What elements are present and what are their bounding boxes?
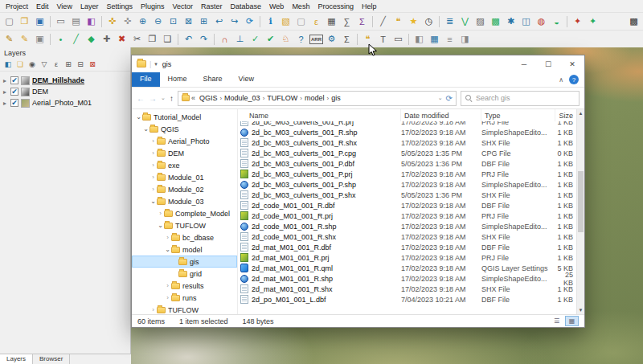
- tree-item-bc_dbase[interactable]: ›bc_dbase: [132, 231, 237, 243]
- ribbon-tab-view[interactable]: View: [231, 72, 262, 87]
- current-edits-icon[interactable]: ✎: [2, 32, 16, 46]
- file-row[interactable]: 2d_po_M01_001_L.dbf7/04/2023 10:21 AMDBF…: [238, 294, 584, 305]
- quick-access-chevron-icon[interactable]: ▾: [154, 61, 158, 67]
- ribbon-tab-file[interactable]: File: [132, 72, 160, 87]
- tree-item-exe[interactable]: ›exe: [132, 159, 237, 171]
- misc-tool-icon[interactable]: ◨: [458, 32, 472, 46]
- tree-expander-icon[interactable]: ›: [157, 210, 164, 217]
- open-attribute-table-icon[interactable]: ▦: [325, 14, 338, 28]
- scrollbar-thumb[interactable]: [578, 171, 584, 233]
- ribbon-tab-home[interactable]: Home: [160, 72, 195, 87]
- file-row[interactable]: 2d_mat_M01_001_R.shp17/02/2023 9:18 AMSi…: [238, 273, 584, 284]
- add-delimited-text-icon[interactable]: ✱: [504, 14, 518, 28]
- layer-checkbox[interactable]: ✔: [10, 88, 18, 96]
- collapse-all-icon[interactable]: ⊟: [75, 59, 86, 69]
- add-group-icon[interactable]: ❏: [14, 59, 26, 69]
- plugin-help-icon[interactable]: ?: [294, 32, 308, 46]
- delete-selected-icon[interactable]: ✖: [115, 32, 129, 46]
- field-calculator-icon[interactable]: ∑: [340, 14, 354, 28]
- file-row[interactable]: 2d_mat_M01_001_R.shx17/02/2023 9:18 AMSH…: [238, 284, 584, 294]
- ribbon-tab-share[interactable]: Share: [195, 72, 231, 87]
- validity-check-icon[interactable]: ✔: [264, 32, 277, 46]
- breadcrumb-qgis[interactable]: QGIS: [197, 94, 220, 102]
- tree-expander-icon[interactable]: ›: [149, 186, 157, 193]
- filter-by-expression-icon[interactable]: ε: [51, 59, 62, 69]
- tree-item-module_02[interactable]: ›Module_02: [132, 183, 237, 195]
- tree-expander-icon[interactable]: ›: [149, 174, 157, 181]
- zoom-full-icon[interactable]: ⊡: [166, 14, 180, 28]
- minimize-button[interactable]: ─: [512, 55, 536, 72]
- deselect-features-icon[interactable]: ▢: [294, 14, 308, 28]
- tree-expander-icon[interactable]: ⌄: [157, 222, 164, 229]
- tree-expander-icon[interactable]: ›: [149, 149, 157, 157]
- panel-toggle-icon[interactable]: ▦: [428, 32, 441, 46]
- tree-item-model[interactable]: ⌄model: [132, 243, 237, 256]
- tree-expander-icon[interactable]: ⌄: [142, 125, 149, 133]
- file-row[interactable]: 2d_code_M01_001_R.prj17/02/2023 9:18 AMP…: [238, 211, 584, 221]
- menu-vector[interactable]: Vector: [168, 2, 197, 11]
- statistics-tool-icon[interactable]: Σ: [340, 32, 354, 46]
- add-vector-layer-icon[interactable]: ⋁: [458, 14, 472, 28]
- tree-item-tuflow[interactable]: ⌄TUFLOW: [132, 219, 237, 231]
- file-row[interactable]: 2d_code_M01_001_R.dbf17/02/2023 9:18 AMD…: [238, 200, 584, 211]
- layer-checkbox[interactable]: ✔: [10, 99, 18, 107]
- add-wms-layer-icon[interactable]: ◍: [534, 14, 548, 28]
- tree-item-complete_model[interactable]: ›Complete_Model: [132, 207, 237, 219]
- layer-expander-icon[interactable]: ▸: [3, 77, 10, 84]
- menu-plugins[interactable]: Plugins: [137, 2, 169, 11]
- file-row[interactable]: 2d_code_M01_001_R.shp17/02/2023 9:18 AMS…: [238, 221, 584, 231]
- add-line-feature-icon[interactable]: ╱: [69, 32, 83, 46]
- dock-tab-layers[interactable]: Layers: [0, 354, 33, 364]
- tree-item-grid[interactable]: grid: [132, 268, 237, 280]
- paste-features-icon[interactable]: ❑: [161, 32, 174, 46]
- tree-expander-icon[interactable]: ›: [149, 306, 157, 313]
- add-raster-layer-icon[interactable]: ▨: [473, 14, 487, 28]
- show-statistics-icon[interactable]: Σ: [355, 14, 369, 28]
- form-annotation-icon[interactable]: ▭: [391, 32, 405, 46]
- zoom-in-icon[interactable]: ⊕: [136, 14, 149, 28]
- file-row[interactable]: 2d_bc_M03_culverts_001_P.prj17/02/2023 9…: [238, 169, 584, 179]
- layer-item[interactable]: ▸✔Aerial_Photo_M01: [0, 97, 130, 108]
- file-row[interactable]: 2d_bc_M03_culverts_001_P.dbf5/05/2023 1:…: [238, 158, 584, 169]
- save-edits-icon[interactable]: ▣: [33, 32, 47, 46]
- file-row[interactable]: 2d_bc_M03_culverts_001_P.cpg5/05/2023 1:…: [238, 148, 584, 158]
- details-view-button[interactable]: ☰: [550, 316, 563, 326]
- geometry-check-icon[interactable]: ✓: [248, 32, 262, 46]
- measure-line-icon[interactable]: ╱: [376, 14, 390, 28]
- file-row[interactable]: 2d_bc_M03_culverts_001_R.shp17/02/2023 9…: [238, 127, 584, 137]
- maximize-button[interactable]: ☐: [536, 55, 560, 72]
- menu-mesh[interactable]: Mesh: [288, 2, 313, 11]
- file-row[interactable]: 2d_bc_M03_culverts_001_R.prj17/02/2023 9…: [238, 121, 584, 127]
- select-features-icon[interactable]: ▧: [279, 14, 293, 28]
- tuflow-plugin-icon[interactable]: ♘: [279, 32, 293, 46]
- ribbon-collapse-icon[interactable]: ∧: [559, 76, 563, 84]
- plugin-settings-icon[interactable]: ⚙: [325, 32, 338, 46]
- zoom-out-icon[interactable]: ⊖: [151, 14, 165, 28]
- new-project-icon[interactable]: ▢: [2, 14, 16, 28]
- menu-settings[interactable]: Settings: [102, 2, 137, 11]
- topology-checker-icon[interactable]: ⊥: [233, 32, 247, 46]
- tree-expander-icon[interactable]: ›: [164, 294, 171, 301]
- menu-edit[interactable]: Edit: [32, 2, 53, 11]
- tree-item-module_01[interactable]: ›Module_01: [132, 171, 237, 183]
- add-xyz-layer-icon[interactable]: ◒: [550, 14, 563, 28]
- tree-expander-icon[interactable]: ⌄: [164, 246, 171, 253]
- layout-manager-icon[interactable]: ▤: [69, 14, 83, 28]
- history-dropdown-icon[interactable]: ⌄: [161, 95, 166, 101]
- tree-expander-icon[interactable]: ⌄: [135, 113, 142, 121]
- menu-layer[interactable]: Layer: [76, 2, 103, 11]
- tree-expander-icon[interactable]: ⌄: [149, 198, 157, 205]
- tree-item-tuflow[interactable]: ›TUFLOW: [132, 304, 237, 314]
- tree-item-qgis[interactable]: ⌄QGIS: [132, 123, 237, 135]
- file-row[interactable]: 2d_mat_M01_001_R.qml17/02/2023 9:18 AMQG…: [238, 263, 584, 273]
- tree-item-tutorial_model[interactable]: ⌄Tutorial_Model: [132, 111, 237, 123]
- column-header-type[interactable]: Type: [481, 109, 555, 121]
- breadcrumb-tuflow[interactable]: TUFLOW: [264, 94, 300, 102]
- copy-features-icon[interactable]: ❐: [145, 32, 159, 46]
- scroll-up-icon[interactable]: ▲: [577, 109, 584, 117]
- dock-tab-browser[interactable]: Browser: [33, 354, 70, 364]
- menu-project[interactable]: Project: [2, 2, 32, 11]
- vertex-tool-icon[interactable]: ✚: [100, 32, 113, 46]
- layer-styling-toggle-icon[interactable]: ◧: [412, 32, 426, 46]
- help-icon[interactable]: ?: [569, 75, 579, 84]
